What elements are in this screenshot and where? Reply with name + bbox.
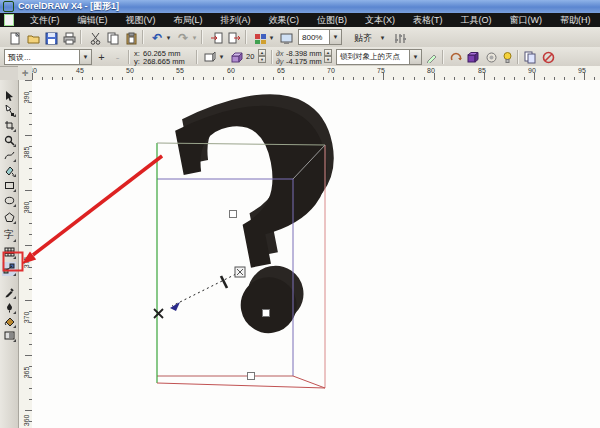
- interactive-fill-tool[interactable]: [2, 328, 16, 342]
- horizontal-ruler[interactable]: 404550556065707580859095: [32, 66, 600, 81]
- hruler-label: 80: [427, 67, 435, 74]
- propbar-separator: [128, 50, 130, 64]
- launcher-dropdown-icon[interactable]: ▾: [267, 33, 276, 42]
- hruler-label: 65: [277, 67, 285, 74]
- add-preset-button[interactable]: +: [94, 49, 109, 64]
- fill-tool[interactable]: [2, 314, 16, 328]
- depth-icon: [229, 49, 245, 65]
- rotation-icon[interactable]: [447, 49, 464, 66]
- zoom-level-combo[interactable]: 800% ▼: [298, 29, 342, 45]
- zoom-tool[interactable]: [2, 133, 16, 147]
- polygon-tool[interactable]: [2, 210, 16, 224]
- depth-value[interactable]: 20: [246, 52, 254, 61]
- cut-icon[interactable]: [86, 29, 104, 47]
- zoom-level-value: 800%: [299, 33, 329, 42]
- text-tool[interactable]: 字: [2, 228, 16, 242]
- rectangle-tool[interactable]: [2, 178, 16, 192]
- copy-extrude-icon[interactable]: [522, 49, 539, 66]
- undo-dropdown-icon[interactable]: ▾: [164, 33, 173, 42]
- eyedropper-tool[interactable]: [2, 285, 16, 299]
- ruler-tick: [383, 73, 384, 80]
- pick-tool[interactable]: [2, 88, 16, 102]
- bevel-icon[interactable]: [483, 49, 500, 66]
- snap-to-button[interactable]: 贴齐: [348, 29, 378, 47]
- object-node-handle[interactable]: [247, 372, 255, 380]
- propbar-separator: [196, 50, 198, 64]
- paste-icon[interactable]: [122, 29, 140, 47]
- ruler-origin-box[interactable]: ✛: [18, 66, 33, 81]
- options-icon[interactable]: [390, 29, 408, 47]
- interactive-blend-tool[interactable]: [2, 262, 16, 276]
- menu-table[interactable]: 表格(T): [404, 13, 452, 27]
- chevron-down-icon[interactable]: ▼: [79, 50, 91, 64]
- vp-y-value[interactable]: -4.175 mm: [286, 57, 322, 66]
- ruler-tick: [584, 73, 585, 80]
- toolbar-separator: [142, 30, 144, 44]
- remove-preset-button[interactable]: -: [110, 49, 125, 64]
- hruler-label: 45: [76, 67, 84, 74]
- preset-list-combo[interactable]: 预设... ▼: [4, 49, 92, 65]
- menu-edit[interactable]: 编辑(E): [69, 13, 117, 27]
- hruler-label: 50: [126, 67, 134, 74]
- new-icon[interactable]: [6, 29, 24, 47]
- menu-text[interactable]: 文本(X): [356, 13, 404, 27]
- extrude-wireframe: [32, 80, 600, 428]
- welcome-screen-icon[interactable]: [277, 29, 295, 47]
- copy-icon[interactable]: [104, 29, 122, 47]
- open-icon[interactable]: [24, 29, 42, 47]
- vruler-label: 375: [23, 256, 30, 270]
- chevron-down-icon[interactable]: ▼: [409, 50, 421, 64]
- menu-bitmaps[interactable]: 位图(B): [308, 13, 356, 27]
- menu-file[interactable]: 文件(F): [21, 13, 69, 27]
- vertical-ruler[interactable]: 390385380375370365360: [18, 80, 33, 428]
- outline-pen-tool[interactable]: [2, 300, 16, 314]
- toolbar-separator: [80, 30, 82, 44]
- menu-help[interactable]: 帮助(H): [551, 13, 600, 27]
- drawing-canvas[interactable]: ? ?: [32, 80, 600, 428]
- redo-dropdown-icon[interactable]: ▾: [190, 33, 199, 42]
- chevron-down-icon[interactable]: ▼: [329, 30, 341, 44]
- copy-vp-icon[interactable]: [424, 49, 440, 65]
- toolbox: 字: [0, 80, 19, 428]
- object-y-label: y:: [134, 57, 140, 66]
- object-node-handle[interactable]: [262, 309, 270, 317]
- coreldraw-app-icon: [3, 1, 14, 12]
- menu-layout[interactable]: 布局(L): [165, 13, 212, 27]
- ellipse-tool[interactable]: [2, 193, 16, 207]
- freehand-tool[interactable]: [2, 148, 16, 162]
- clear-extrude-icon[interactable]: [540, 49, 557, 66]
- crop-tool[interactable]: [2, 118, 16, 132]
- menu-effects[interactable]: 效果(C): [260, 13, 309, 27]
- snap-dropdown-icon[interactable]: ▾: [378, 33, 387, 42]
- color-icon[interactable]: [465, 49, 482, 66]
- depth-spinner[interactable]: ▲▼: [258, 49, 266, 63]
- shape-tool[interactable]: [2, 103, 16, 117]
- lighting-icon[interactable]: [499, 49, 516, 66]
- preset-list-value: 预设...: [5, 52, 79, 63]
- ruler-tick: [32, 73, 33, 80]
- import-icon[interactable]: [207, 29, 225, 47]
- print-icon[interactable]: [60, 29, 78, 47]
- table-tool[interactable]: [2, 245, 16, 259]
- smart-fill-tool[interactable]: [2, 163, 16, 177]
- vruler-label: 370: [23, 311, 30, 325]
- app-window: CorelDRAW X4 - [图形1] 文件(F) 编辑(E) 视图(V) 布…: [0, 0, 600, 428]
- save-icon[interactable]: [42, 29, 60, 47]
- vruler-label: 390: [23, 91, 30, 105]
- ruler-tick: [25, 80, 32, 81]
- export-icon[interactable]: [225, 29, 243, 47]
- vp-spinner[interactable]: ▲▼: [324, 49, 332, 63]
- extrude-type-icon[interactable]: [201, 49, 218, 65]
- object-node-handle[interactable]: [229, 210, 237, 218]
- menu-window[interactable]: 窗口(W): [501, 13, 552, 27]
- document-icon: [4, 14, 14, 26]
- ruler-tick: [25, 410, 32, 411]
- object-y-value[interactable]: 268.665 mm: [143, 57, 185, 66]
- vp-property-combo[interactable]: 锁到对象上的灭点 ▼: [336, 49, 422, 65]
- extrude-type-dropdown-icon[interactable]: ▾: [217, 52, 226, 61]
- menu-view[interactable]: 视图(V): [117, 13, 165, 27]
- menu-tools[interactable]: 工具(O): [452, 13, 501, 27]
- menu-arrange[interactable]: 排列(A): [212, 13, 260, 27]
- vruler-label: 365: [23, 366, 30, 380]
- hruler-label: 95: [578, 67, 586, 74]
